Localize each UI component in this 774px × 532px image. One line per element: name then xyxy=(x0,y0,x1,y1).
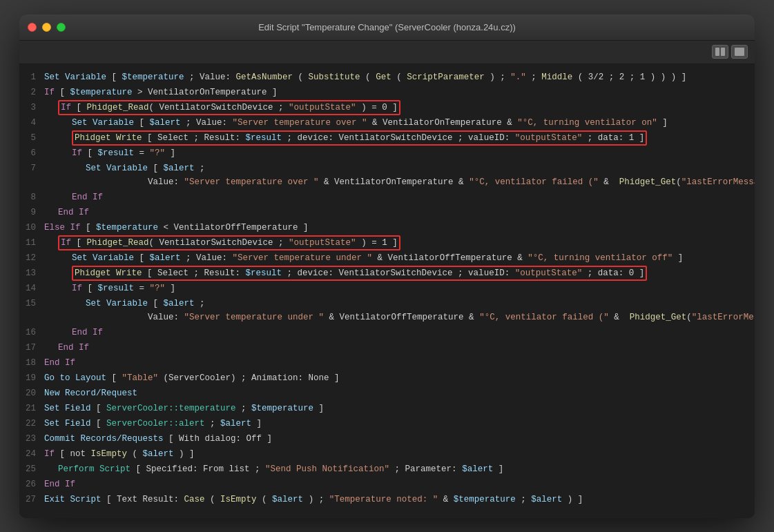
line-8: 8 End If xyxy=(19,190,755,205)
line-24: 24 If [ not IsEmpty ( $alert ) ] xyxy=(19,446,755,462)
line-26: 26 End If xyxy=(19,477,755,492)
view-toggle-1[interactable] xyxy=(712,45,728,59)
traffic-lights xyxy=(28,23,66,32)
line-14: 14 If [ $result = "?" ] xyxy=(19,281,755,296)
svg-rect-2 xyxy=(735,48,744,56)
script-editor: 1 Set Variable [ $temperature ; Value: G… xyxy=(19,64,755,518)
main-window: Edit Script "Temperature Change" (Server… xyxy=(19,14,755,518)
line-4: 4 Set Variable [ $alert ; Value: "Server… xyxy=(19,115,755,130)
line-25: 25 Perform Script [ Specified: From list… xyxy=(19,462,755,477)
line-20: 20 New Record/Request xyxy=(19,386,755,401)
minimize-button[interactable] xyxy=(42,23,51,32)
line-5: 5 Phidget Write [ Select ; Result: $resu… xyxy=(19,130,755,146)
titlebar: Edit Script "Temperature Change" (Server… xyxy=(19,14,755,41)
line-15: 15 Set Variable [ $alert ; Value: "Serve… xyxy=(19,296,755,325)
line-3: 3 If [ Phidget_Read( VentilatorSwitchDev… xyxy=(19,100,755,115)
line-9: 9 End If xyxy=(19,205,755,220)
line-2: 2 If [ $temperature > VentilatorOnTemper… xyxy=(19,85,755,100)
line-1: 1 Set Variable [ $temperature ; Value: G… xyxy=(19,70,755,85)
line-7: 7 Set Variable [ $alert ; Value: "Server… xyxy=(19,161,755,190)
line-11: 11 If [ Phidget_Read( VentilatorSwitchDe… xyxy=(19,235,755,250)
line-18: 18 End If xyxy=(19,355,755,371)
line-12: 12 Set Variable [ $alert ; Value: "Serve… xyxy=(19,250,755,266)
line-16: 16 End If xyxy=(19,325,755,340)
line-6: 6 If [ $result = "?" ] xyxy=(19,146,755,161)
line-10: 10 Else If [ $temperature < VentilatorOf… xyxy=(19,220,755,235)
line-21: 21 Set Field [ ServerCooler::temperature… xyxy=(19,401,755,416)
line-13: 13 Phidget Write [ Select ; Result: $res… xyxy=(19,266,755,281)
window-title: Edit Script "Temperature Change" (Server… xyxy=(258,22,516,32)
toolbar xyxy=(19,41,755,64)
line-22: 22 Set Field [ ServerCooler::alert ; $al… xyxy=(19,416,755,431)
svg-rect-1 xyxy=(721,48,725,56)
svg-rect-0 xyxy=(715,48,719,56)
line-27: 27 Exit Script [ Text Result: Case ( IsE… xyxy=(19,492,755,507)
close-button[interactable] xyxy=(28,23,37,32)
line-19: 19 Go to Layout [ "Table" (ServerCooler)… xyxy=(19,371,755,386)
maximize-button[interactable] xyxy=(57,23,66,32)
line-17: 17 End If xyxy=(19,340,755,355)
view-toggle-2[interactable] xyxy=(731,45,748,59)
line-23: 23 Commit Records/Requests [ With dialog… xyxy=(19,431,755,446)
